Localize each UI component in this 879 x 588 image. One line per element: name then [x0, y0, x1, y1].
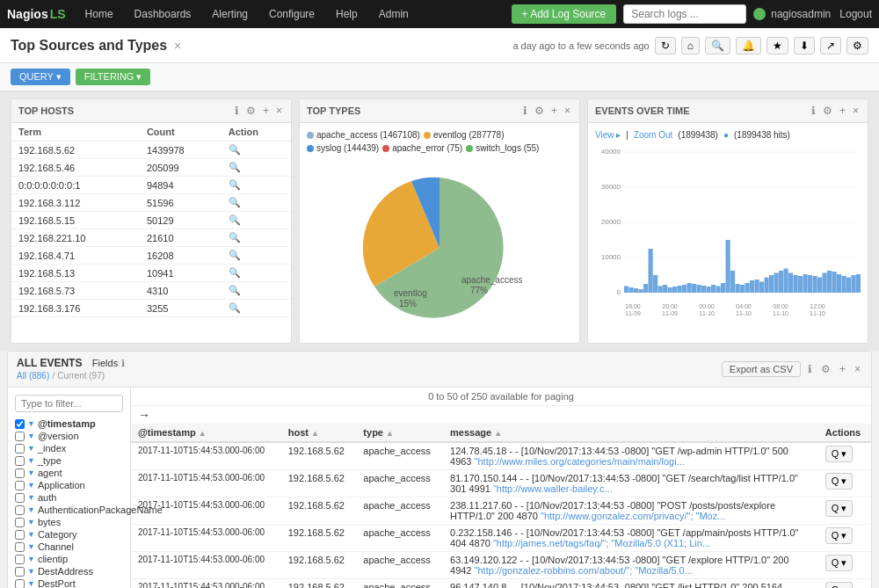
field-item[interactable]: ▼ clientip	[15, 553, 123, 565]
message-link[interactable]: "http://james.net/tags/faq/"; "Mozilla/5…	[493, 538, 710, 548]
action-button[interactable]: Q ▾	[825, 527, 854, 544]
table-row: 192.168.3.112 51596 🔍	[11, 194, 291, 212]
close-button[interactable]: ×	[174, 39, 181, 53]
field-item[interactable]: ▼ Channel	[15, 541, 123, 553]
info-icon-button[interactable]: ℹ	[233, 105, 241, 117]
nav-alerting[interactable]: Alerting	[201, 0, 258, 28]
fields-filter-input[interactable]	[15, 395, 123, 412]
message-link[interactable]: "http://www.miles.org/categories/main/ma…	[475, 456, 685, 467]
message-link[interactable]: "http://www.gonzalez.com/privacy/"; "Moz…	[541, 511, 725, 521]
bell-icon-button[interactable]: 🔔	[736, 37, 761, 54]
zoom-out-link[interactable]: Zoom Out	[634, 130, 672, 140]
search-icon[interactable]: 🔍	[229, 267, 241, 278]
field-checkbox[interactable]	[15, 555, 25, 564]
bar	[692, 284, 696, 293]
events-close-button[interactable]: ×	[851, 105, 861, 117]
field-checkbox[interactable]	[15, 444, 25, 454]
search-icon[interactable]: 🔍	[229, 144, 241, 155]
action-button[interactable]: Q ▾	[825, 473, 854, 490]
search-icon[interactable]: 🔍	[229, 250, 241, 260]
fields-all-link[interactable]: All (886)	[17, 371, 49, 381]
events-add-button[interactable]: +	[838, 105, 847, 117]
field-item[interactable]: ▼ Application	[15, 479, 123, 491]
events-add-btn[interactable]: +	[838, 363, 847, 375]
field-checkbox[interactable]	[15, 493, 25, 503]
events-gear-btn[interactable]: ⚙	[819, 363, 832, 375]
field-checkbox[interactable]	[15, 579, 25, 589]
types-close-button[interactable]: ×	[563, 105, 572, 117]
field-checkbox[interactable]	[15, 518, 25, 527]
field-item[interactable]: ▼ auth	[15, 491, 123, 504]
search-icon[interactable]: 🔍	[229, 302, 241, 313]
view-link[interactable]: View ▸	[595, 130, 621, 140]
add-icon-button[interactable]: +	[261, 105, 271, 117]
field-item[interactable]: ▼ AuthenticationPackageName	[15, 504, 123, 516]
action-button[interactable]: Q ▾	[825, 500, 854, 517]
events-info-btn[interactable]: ℹ	[806, 363, 814, 375]
next-arrow[interactable]: →	[138, 408, 150, 422]
field-checkbox[interactable]	[15, 432, 25, 441]
search-icon[interactable]: 🔍	[229, 232, 241, 243]
field-item[interactable]: ▼ _type	[15, 454, 123, 467]
types-info-button[interactable]: ℹ	[521, 105, 529, 117]
events-gear-button[interactable]: ⚙	[821, 105, 834, 117]
field-checkbox[interactable]	[15, 505, 25, 515]
message-link[interactable]: "http://www.waller-bailey.c...	[493, 483, 613, 494]
field-checkbox[interactable]	[15, 530, 25, 540]
field-checkbox[interactable]	[15, 567, 25, 577]
sort-arrow-type: ▲	[386, 429, 394, 438]
types-add-button[interactable]: +	[549, 105, 559, 117]
fields-current-link[interactable]: Current (97)	[57, 371, 105, 381]
event-type: apache_access	[356, 442, 443, 470]
field-checkbox[interactable]	[15, 456, 25, 466]
nav-user[interactable]: nagiosadmin	[771, 8, 831, 20]
types-gear-button[interactable]: ⚙	[533, 105, 546, 117]
search-input[interactable]	[623, 4, 746, 24]
search-icon-button[interactable]: 🔍	[705, 37, 730, 54]
field-checkbox[interactable]	[15, 481, 25, 490]
refresh-button[interactable]: ↻	[655, 37, 676, 54]
nav-dashboards[interactable]: Dashboards	[124, 0, 202, 28]
count-dot: ●	[723, 130, 729, 140]
query-button[interactable]: QUERY ▾	[11, 69, 70, 85]
field-item[interactable]: ▼ DestPort	[15, 577, 123, 588]
remove-icon-button[interactable]: ×	[274, 105, 284, 117]
gear-icon-button[interactable]: ⚙	[244, 105, 258, 117]
search-icon[interactable]: 🔍	[229, 197, 241, 207]
search-icon[interactable]: 🔍	[229, 162, 241, 172]
action-button[interactable]: Q ▾	[825, 446, 854, 462]
export-csv-button[interactable]: Export as CSV	[722, 361, 801, 377]
host-count: 50129	[140, 212, 222, 229]
svg-text:11-10: 11-10	[736, 310, 752, 316]
home-icon-button[interactable]: ⌂	[681, 37, 700, 54]
field-item[interactable]: ▼ bytes	[15, 516, 123, 528]
field-item[interactable]: ▼ @timestamp	[15, 417, 123, 430]
export-icon-button[interactable]: ⬇	[794, 37, 815, 54]
filtering-button[interactable]: FILTERING ▾	[76, 69, 151, 85]
nav-logout[interactable]: Logout	[839, 8, 872, 20]
bookmark-icon-button[interactable]: ★	[766, 37, 788, 54]
field-item[interactable]: ▼ @version	[15, 430, 123, 442]
events-info-button[interactable]: ℹ	[810, 105, 817, 117]
search-icon[interactable]: 🔍	[229, 214, 241, 225]
field-checkbox[interactable]	[15, 468, 25, 478]
nav-admin[interactable]: Admin	[368, 0, 419, 28]
settings-icon-button[interactable]: ⚙	[846, 37, 868, 54]
events-close-btn[interactable]: ×	[853, 363, 862, 375]
action-button[interactable]: Q ▾	[825, 555, 854, 571]
field-item[interactable]: ▼ DestAddress	[15, 565, 123, 577]
action-button[interactable]: Q ▾	[825, 582, 854, 588]
field-checkbox[interactable]	[15, 419, 25, 429]
nav-home[interactable]: Home	[75, 0, 124, 28]
nav-configure[interactable]: Configure	[258, 0, 325, 28]
field-item[interactable]: ▼ _index	[15, 442, 123, 454]
field-checkbox[interactable]	[15, 542, 25, 552]
field-item[interactable]: ▼ agent	[15, 467, 123, 479]
search-icon[interactable]: 🔍	[229, 285, 241, 295]
share-icon-button[interactable]: ↗	[820, 37, 841, 54]
nav-help[interactable]: Help	[325, 0, 368, 28]
message-link[interactable]: "http://gonzalez-robbins.com/about/"; "M…	[475, 565, 693, 576]
add-log-source-button[interactable]: + Add Log Source	[512, 4, 617, 24]
field-item[interactable]: ▼ Category	[15, 528, 123, 541]
search-icon[interactable]: 🔍	[229, 179, 241, 190]
